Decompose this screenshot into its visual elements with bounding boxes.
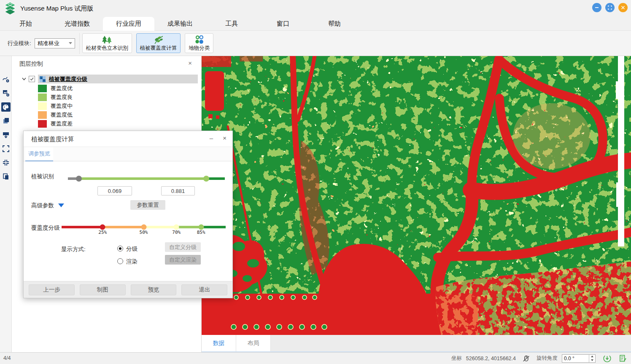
coverage-slider-segment (201, 226, 226, 228)
menu-bar: 开始 光谱指数 行业应用 成果输出 工具 窗口 帮助 (0, 17, 631, 31)
mouse-tracking-icon[interactable] (523, 355, 530, 362)
export-map-icon (2, 131, 10, 139)
minimize-button[interactable] (592, 3, 601, 12)
vector-settings-icon (2, 75, 10, 83)
menu-tab-output[interactable]: 成果输出 (154, 17, 206, 31)
map-view[interactable] (202, 56, 631, 335)
legend-label: 覆盖度低 (51, 111, 73, 119)
collapse-view-button[interactable] (1, 158, 11, 167)
classification-circles-icon (194, 35, 204, 44)
custom-grade-button[interactable]: 自定义分级 (165, 242, 201, 252)
pine-trees-icon (101, 35, 113, 44)
menu-tab-tools[interactable]: 工具 (206, 17, 257, 31)
veg-slider-track[interactable] (68, 177, 225, 180)
vegetation-coverage-dialog: 植被覆盖度计算 – × 调参预览 植被识别 0.069 0.881 高级参数 参… (23, 131, 233, 298)
menu-tab-window[interactable]: 窗口 (257, 17, 309, 31)
duplicate-view-button[interactable] (1, 172, 11, 181)
layer-tree-row[interactable]: 植被覆盖度分级 (22, 75, 201, 83)
coverage-slider-handle[interactable] (141, 225, 146, 230)
veg-recognition-label: 植被识别 (31, 173, 54, 180)
palette-icon (2, 104, 9, 111)
maximize-button[interactable] (605, 3, 615, 12)
legend-label: 覆盖度中 (51, 102, 73, 110)
full-extent-button[interactable] (1, 144, 11, 153)
menu-tab-spectral-index[interactable]: 光谱指数 (51, 17, 103, 31)
legend-item: 覆盖度中 (38, 102, 201, 110)
coordinate-value: 526058.2, 4015662.4 (466, 356, 516, 361)
make-map-button[interactable]: 制图 (80, 284, 126, 295)
industry-module-value: 精准林业 (38, 40, 59, 47)
log-notes-icon[interactable] (619, 354, 627, 362)
leaf-branch-icon (154, 35, 163, 44)
legend-item: 覆盖度优 (38, 84, 201, 93)
coverage-breakpoint-label: 70% (172, 230, 181, 235)
collapse-view-icon (2, 159, 10, 166)
dialog-close-icon[interactable]: × (223, 134, 227, 142)
landcover-classification-button[interactable]: 地物分类 (185, 33, 213, 53)
pine-wilt-detection-button[interactable]: 松材变色立木识别 (82, 33, 132, 53)
preview-button[interactable]: 预览 (131, 284, 177, 295)
legend-swatch (38, 102, 47, 110)
rotation-value: 0.0 ° (562, 356, 589, 361)
menu-tab-help[interactable]: 帮助 (309, 17, 360, 31)
radio-graded[interactable] (117, 246, 123, 252)
industry-module-select[interactable]: 精准林业 (35, 38, 75, 48)
symbology-palette-button[interactable] (1, 102, 11, 112)
reset-params-button[interactable]: 参数重置 (130, 200, 165, 210)
veg-slider-min-handle[interactable] (76, 176, 82, 182)
coordinate-label: 坐标 (451, 355, 462, 362)
rotation-spinbox[interactable]: 0.0 ° (562, 354, 596, 363)
raster-settings-button[interactable] (1, 88, 11, 98)
coverage-grading-label: 覆盖度分级 (31, 224, 60, 232)
coverage-breakpoint-label: 50% (140, 230, 148, 235)
coverage-slider-track[interactable]: 25%50%70%85% (62, 226, 226, 228)
title-bar: Yusense Map Plus 试用版 (0, 0, 631, 17)
custom-render-button[interactable]: 自定义渲染 (165, 255, 201, 265)
legend-label: 覆盖度差 (51, 120, 73, 128)
full-extent-icon (2, 145, 10, 153)
dialog-title-bar[interactable]: 植被覆盖度计算 – × (24, 131, 232, 147)
prev-step-button[interactable]: 上一步 (29, 284, 75, 295)
ribbon-divider (79, 33, 80, 54)
industry-module-label: 行业模块: (8, 40, 31, 47)
layer-visibility-checkbox[interactable] (29, 76, 35, 82)
application-window: Yusense Map Plus 试用版 开始 光谱指数 行业应用 成果输出 工… (0, 0, 631, 364)
close-button[interactable] (618, 3, 628, 12)
vector-settings-button[interactable] (1, 75, 11, 84)
veg-min-input[interactable]: 0.069 (97, 186, 132, 195)
tab-parameter-preview[interactable]: 调参预览 (25, 147, 53, 161)
download-results-icon[interactable] (603, 354, 611, 362)
layer-panel-close-icon[interactable]: × (188, 59, 192, 67)
layers-button[interactable] (1, 116, 11, 126)
raster-settings-icon (2, 89, 10, 97)
view-tab-bar: 数据 布局 (202, 335, 631, 352)
menu-tab-start[interactable]: 开始 (0, 17, 51, 31)
tab-layout-view[interactable]: 布局 (236, 335, 271, 351)
coverage-slider-segment (144, 226, 177, 228)
page-indicator: 4/4 (3, 355, 11, 361)
spin-down-button[interactable] (589, 359, 595, 362)
minimize-icon (595, 5, 599, 10)
layer-name[interactable]: 植被覆盖度分级 (49, 75, 87, 83)
legend-swatch (38, 85, 47, 92)
dialog-body: 植被识别 0.069 0.881 高级参数 参数重置 覆盖度分级 25%50%7… (24, 161, 232, 282)
exit-button[interactable]: 退出 (181, 284, 227, 295)
tab-data-view[interactable]: 数据 (202, 335, 236, 351)
app-logo-icon (3, 2, 17, 15)
spin-up-button[interactable] (589, 355, 595, 359)
advanced-expand-icon[interactable] (58, 203, 64, 207)
dialog-minimize-icon[interactable]: – (210, 134, 213, 142)
vegetation-coverage-button[interactable]: 植被覆盖度计算 (136, 33, 181, 53)
tree-expand-caret-icon[interactable] (22, 78, 26, 80)
menu-tab-industry-apps[interactable]: 行业应用 (103, 17, 154, 31)
radio-rendered[interactable] (117, 258, 123, 264)
veg-max-input[interactable]: 0.881 (161, 186, 195, 195)
export-map-button[interactable] (1, 130, 11, 139)
coverage-slider-handle[interactable] (198, 225, 204, 230)
coverage-slider-handle[interactable] (100, 225, 105, 230)
coverage-slider-handle[interactable] (174, 225, 179, 230)
left-tool-strip (0, 56, 12, 352)
advanced-params-label: 高级参数 (31, 202, 54, 209)
tool-button-label: 松材变色立木识别 (86, 45, 128, 52)
veg-slider-max-handle[interactable] (203, 176, 209, 182)
